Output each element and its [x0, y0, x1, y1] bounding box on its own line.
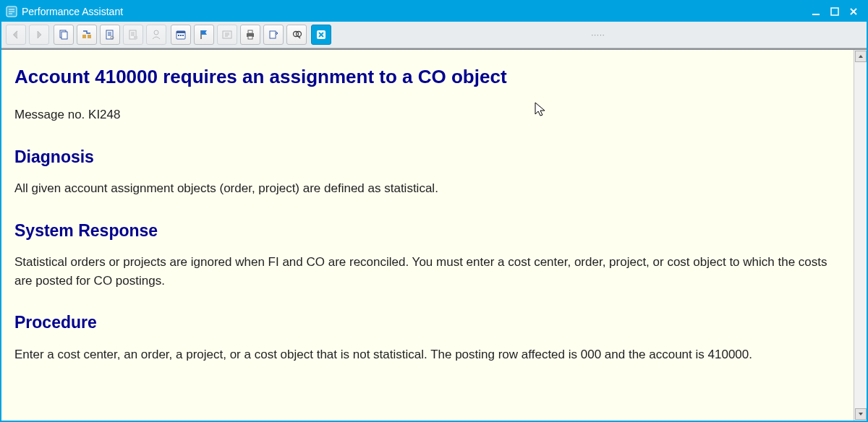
find-button[interactable]: [286, 25, 307, 45]
system-response-text: Statistical orders or projects are ignor…: [14, 253, 841, 290]
svg-rect-15: [180, 35, 182, 36]
diagnosis-heading: Diagnosis: [14, 145, 841, 170]
tech-info-button[interactable]: [77, 25, 97, 45]
system-response-heading: System Response: [14, 218, 841, 244]
svg-rect-7: [106, 30, 113, 39]
content-area: Account 410000 requires an assignment to…: [1, 48, 867, 421]
copy-button[interactable]: [54, 25, 74, 45]
performance-assistant-window: Performance Assistant: [0, 0, 868, 422]
toolbar-grip: ·····: [334, 31, 862, 39]
message-number: Message no. KI248: [14, 106, 841, 124]
appl-help-button[interactable]: [217, 25, 237, 45]
close-window-button[interactable]: [845, 5, 862, 18]
customize-button[interactable]: [100, 25, 120, 45]
svg-rect-13: [176, 31, 185, 33]
maximize-button[interactable]: [826, 5, 843, 18]
svg-rect-16: [182, 35, 184, 36]
user-button[interactable]: [146, 25, 166, 45]
svg-rect-2: [831, 8, 838, 15]
procedure-text: Enter a cost center, an order, a project…: [14, 345, 841, 364]
svg-point-11: [154, 30, 158, 35]
svg-rect-19: [248, 30, 252, 33]
nav-back-button[interactable]: [6, 25, 26, 45]
svg-rect-1: [812, 14, 820, 15]
svg-rect-10: [134, 36, 137, 39]
calendar-button[interactable]: [171, 25, 191, 45]
message-title: Account 410000 requires an assignment to…: [14, 63, 841, 91]
help-content: Account 410000 requires an assignment to…: [1, 50, 854, 421]
diagnosis-text: All given account assignment objects (or…: [14, 179, 841, 198]
flag-button[interactable]: [194, 25, 214, 45]
export-button[interactable]: [263, 25, 284, 45]
customize2-button[interactable]: [123, 25, 143, 45]
toolbar: ·····: [1, 22, 867, 48]
window-title: Performance Assistant: [22, 6, 806, 17]
svg-rect-14: [178, 35, 179, 36]
nav-forward-button[interactable]: [29, 25, 49, 45]
close-help-button[interactable]: [311, 25, 331, 45]
svg-rect-6: [88, 35, 91, 38]
svg-rect-21: [270, 31, 276, 38]
scroll-down-button[interactable]: [855, 408, 867, 420]
procedure-heading: Procedure: [14, 310, 841, 335]
print-button[interactable]: [240, 25, 260, 45]
titlebar: Performance Assistant: [1, 1, 867, 22]
vertical-scrollbar[interactable]: [854, 50, 867, 421]
svg-rect-20: [248, 36, 252, 39]
svg-rect-5: [82, 35, 86, 38]
minimize-button[interactable]: [807, 5, 825, 18]
scroll-up-button[interactable]: [855, 51, 867, 62]
svg-rect-4: [61, 32, 67, 39]
app-icon: [6, 6, 17, 17]
